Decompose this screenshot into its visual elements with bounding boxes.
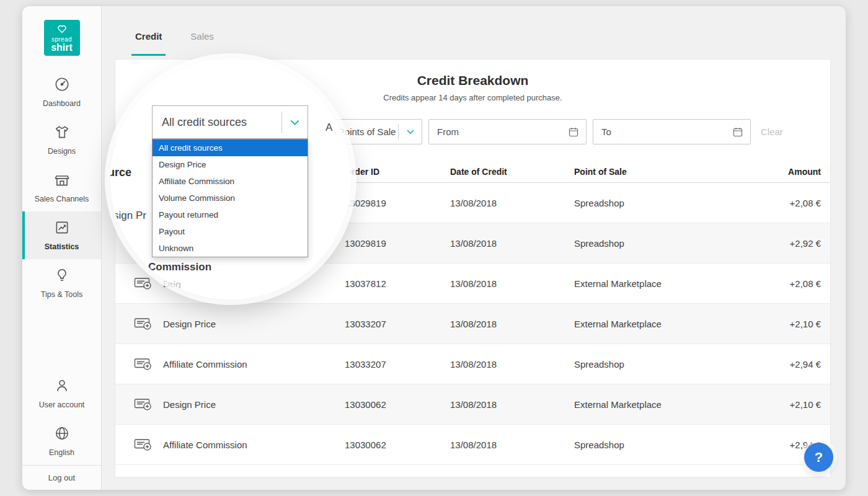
tab-sales[interactable]: Sales — [187, 19, 218, 56]
sidebar-spacer — [22, 307, 101, 370]
sidebar-item-statistics[interactable]: Statistics — [22, 211, 101, 259]
heart-icon — [56, 24, 68, 36]
amount-cell: +2,92 € — [729, 238, 830, 249]
order-id-cell: 13030062 — [345, 440, 450, 450]
option-unknown[interactable]: Unknown — [153, 240, 308, 257]
order-id-cell: 13029819 — [345, 238, 450, 249]
sidebar-item-language[interactable]: English — [22, 417, 101, 465]
point-of-sale-cell: Spreadshop — [574, 359, 729, 370]
logo-text-bottom: shirt — [51, 43, 73, 52]
table-row: Design Price 13030062 13/08/2018 Externa… — [115, 384, 830, 425]
table-row: Affiliate Commission 13030062 13/08/2018… — [115, 425, 830, 465]
globe-icon — [54, 425, 70, 444]
credit-entry-icon — [134, 317, 153, 330]
amount-cell: +2,94 € — [729, 359, 830, 370]
magnified-pos-select-fragment: A — [326, 122, 332, 134]
sidebar-item-tips-tools[interactable]: Tips & Tools — [22, 259, 101, 307]
header-amount: Amount — [729, 167, 830, 177]
point-of-sale-cell: External Marketplace — [574, 399, 729, 410]
sidebar-item-user-account[interactable]: User account — [22, 370, 101, 417]
header-order-id: Order ID — [345, 167, 450, 177]
clear-filters-link[interactable]: Clear — [761, 126, 783, 137]
sidebar: spread shirt Dashboard Designs Sales Cha… — [22, 6, 102, 490]
amount-cell: +2,10 € — [729, 399, 830, 410]
amount-cell: +2,10 € — [729, 319, 830, 329]
credit-entry-icon — [134, 277, 153, 290]
credit-entry-icon — [134, 438, 153, 451]
option-volume-commission[interactable]: Volume Commission — [153, 190, 308, 206]
credit-source-cell: Affiliate Commission — [163, 359, 247, 370]
spreadshirt-logo[interactable]: spread shirt — [44, 20, 80, 56]
table-row: Design Price 13033207 13/08/2018 Externa… — [115, 304, 830, 344]
date-from-field[interactable] — [428, 119, 587, 144]
order-id-cell: 13033207 — [345, 319, 450, 329]
magnified-row-fragment: Commission — [148, 261, 211, 273]
app-window: spread shirt Dashboard Designs Sales Cha… — [22, 6, 846, 490]
magnified-credit-source-select[interactable]: All credit sources — [152, 105, 308, 139]
calendar-icon — [725, 127, 750, 137]
tab-credit[interactable]: Credit — [131, 19, 166, 56]
date-cell: 13/08/2018 — [450, 440, 574, 450]
gauge-icon — [54, 76, 70, 95]
table-row: Affiliate Commission 13033207 13/08/2018… — [115, 344, 830, 384]
amount-cell: +2,08 € — [729, 278, 830, 289]
option-design-price[interactable]: Design Price — [153, 156, 308, 173]
user-icon — [54, 378, 70, 396]
point-of-sale-cell: Spreadshop — [574, 238, 729, 249]
date-cell: 13/08/2018 — [450, 238, 574, 249]
point-of-sale-cell: External Marketplace — [574, 319, 729, 329]
sidebar-item-dashboard[interactable]: Dashboard — [22, 68, 101, 116]
chart-icon — [54, 219, 70, 238]
help-button[interactable]: ? — [804, 443, 833, 472]
credit-source-cell: Design Price — [163, 399, 216, 410]
sidebar-item-designs[interactable]: Designs — [22, 116, 101, 164]
date-from-input[interactable] — [429, 126, 561, 137]
sidebar-item-sales-channels[interactable]: Sales Channels — [22, 164, 101, 211]
option-affiliate-commission[interactable]: Affiliate Commission — [153, 173, 308, 190]
credit-source-cell: Design Price — [163, 319, 216, 329]
date-cell: 13/08/2018 — [450, 399, 574, 410]
magnified-header-fragment: ource — [110, 166, 131, 179]
point-of-sale-cell: Spreadshop — [574, 440, 729, 450]
date-cell: 13/08/2018 — [450, 359, 574, 370]
option-payout-returned[interactable]: Payout returned — [153, 206, 308, 223]
order-id-cell: 13037812 — [345, 278, 450, 289]
option-payout[interactable]: Payout — [153, 223, 308, 240]
date-cell: 13/08/2018 — [450, 319, 574, 329]
header-date-of-credit: Date of Credit — [450, 167, 574, 177]
credit-entry-icon — [134, 357, 153, 371]
order-id-cell: 13033207 — [345, 359, 450, 370]
tab-bar: Credit Sales — [102, 6, 846, 59]
magnified-row-fragment: sign Pr — [113, 210, 146, 222]
date-cell: 13/08/2018 — [450, 278, 574, 289]
point-of-sale-cell: External Marketplace — [574, 278, 729, 289]
amount-cell: +2,08 € — [729, 198, 830, 208]
logout-button[interactable]: Log out — [22, 465, 101, 490]
date-to-field[interactable] — [593, 119, 751, 144]
chevron-down-icon — [281, 112, 308, 133]
lightbulb-icon — [54, 267, 70, 286]
order-id-cell: 13030062 — [345, 399, 450, 410]
credit-source-cell: Affiliate Commission — [163, 440, 247, 450]
date-to-input[interactable] — [593, 126, 725, 137]
credit-source-options-list: All credit sources Design Price Affiliat… — [152, 139, 308, 257]
chevron-down-icon — [398, 124, 422, 140]
point-of-sale-cell: Spreadshop — [574, 198, 729, 208]
order-id-cell: 13029819 — [345, 198, 450, 208]
date-cell: 13/08/2018 — [450, 198, 574, 208]
option-all-credit-sources[interactable]: All credit sources — [153, 140, 308, 156]
credit-entry-icon — [134, 397, 153, 411]
storefront-icon — [54, 172, 70, 190]
tshirt-icon — [54, 124, 70, 143]
calendar-icon — [561, 127, 586, 137]
zoom-magnifier-circle: ource sign Pr Commission Desig A All cre… — [110, 59, 351, 299]
header-point-of-sale: Point of Sale — [574, 167, 729, 177]
